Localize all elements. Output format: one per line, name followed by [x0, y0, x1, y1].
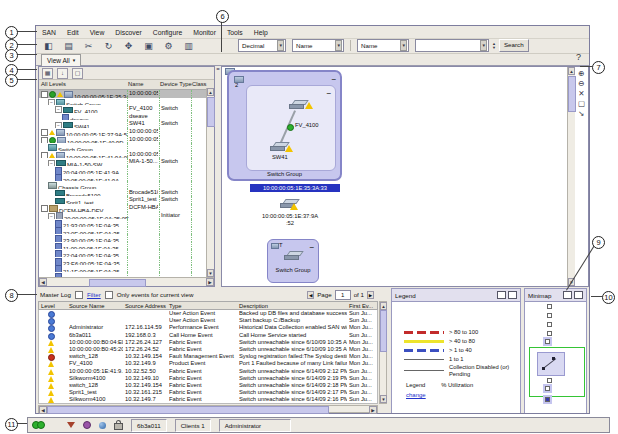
scroll-up-icon[interactable]: ▲: [207, 88, 214, 96]
scrollbar-thumb[interactable]: [380, 310, 387, 352]
minimap-node[interactable]: [547, 331, 552, 336]
log-row[interactable]: 10:00:00:05:1E:41:9...10.32.52.50Fabric …: [39, 368, 377, 375]
switch-group-box[interactable]: – FV_4100 SW41: [246, 85, 336, 171]
menu-edit[interactable]: Edit: [67, 29, 79, 36]
zoom-select-icon[interactable]: ▢: [577, 99, 587, 108]
log-row[interactable]: Silkworm410010.32.149.10Fabric EventSwit…: [39, 375, 377, 382]
tree-row[interactable]: 10:00:00:05:1E:35:3A10:00:00:05...: [39, 90, 214, 98]
menu-discover[interactable]: Discover: [115, 29, 141, 36]
map-vertical-scrollbar[interactable]: ▲ ▼: [567, 67, 575, 286]
scrollbar-thumb[interactable]: [89, 279, 146, 287]
filter-checkbox[interactable]: [75, 291, 83, 299]
tree-column-header[interactable]: All Levels: [41, 81, 66, 87]
tree-row[interactable]: 22:04:00:05:1E:0A:35: [39, 249, 214, 257]
log-row[interactable]: Silkworm410010.32.149.7Fabric EventSwitc…: [39, 396, 377, 403]
search-button[interactable]: Search: [499, 39, 529, 52]
tree-row[interactable]: −MIA-1-50-SWMIA-1-50...Switch: [39, 158, 214, 166]
scrollbar-thumb[interactable]: [207, 97, 215, 127]
log-row[interactable]: Administrator172.16.114.59Performance Ev…: [39, 324, 377, 331]
fit-in-view-icon[interactable]: ✕: [577, 89, 587, 98]
launch-view-icon[interactable]: ▤: [61, 39, 76, 53]
tree-vertical-scrollbar[interactable]: ▲ ▼: [206, 88, 214, 277]
minimap-node[interactable]: [547, 313, 552, 318]
tree-row[interactable]: 22:0E:00:05:1E:0A:35: [39, 227, 214, 235]
menu-help[interactable]: Help: [254, 29, 268, 36]
log-row[interactable]: Sprit1_test10.32.161.215Fabric EventSwit…: [39, 389, 377, 396]
minimap-node[interactable]: [547, 378, 552, 383]
log-column-header[interactable]: Type: [169, 303, 182, 309]
scroll-right-icon[interactable]: ▶: [369, 406, 377, 414]
tree-column-header[interactable]: Name: [128, 81, 143, 87]
detach-panel-icon[interactable]: [563, 291, 572, 299]
log-vertical-scrollbar[interactable]: ▲ ▼: [379, 301, 387, 404]
tab-view-all[interactable]: View All ▾: [41, 54, 81, 66]
minimap-content[interactable]: [525, 302, 586, 413]
spinner-down-icon[interactable]: ▼: [492, 46, 496, 50]
scroll-down-icon[interactable]: ▼: [207, 269, 214, 277]
menu-san[interactable]: SAN: [42, 29, 56, 36]
tree-row[interactable]: dseavedseave: [39, 113, 214, 121]
collapse-icon[interactable]: –: [332, 76, 336, 82]
new-window-icon[interactable]: ▢: [72, 68, 83, 79]
collapse-icon[interactable]: –: [327, 90, 331, 96]
log-row[interactable]: User Action EventStart backup C:/BackupS…: [39, 317, 377, 324]
refresh-icon[interactable]: ↻: [101, 39, 116, 53]
switch-group-box[interactable]: T – Switch Group: [267, 239, 319, 283]
log-column-header[interactable]: First Ev...: [349, 303, 373, 309]
user-status-icon[interactable]: [83, 421, 91, 429]
change-link[interactable]: change: [406, 392, 426, 398]
log-column-header[interactable]: Description: [239, 303, 268, 309]
log-column-header[interactable]: Source Address: [125, 303, 166, 309]
fabric-group-box[interactable]: 2 – – FV_4100 SW41 Switch Group: [227, 70, 342, 181]
page-next-button[interactable]: ▶: [367, 291, 374, 299]
scroll-up-icon[interactable]: ▲: [568, 67, 575, 75]
minimap-node[interactable]: [547, 322, 552, 327]
zoom-out-icon[interactable]: ⊖: [577, 79, 587, 88]
log-row[interactable]: 10:00:00:00:B0:04:E0...172.26.24.127Fabr…: [39, 339, 377, 346]
pan-icon[interactable]: ✥: [121, 39, 136, 53]
log-row[interactable]: 6b3a011192.168.0.3Call Home EventCall Ho…: [39, 332, 377, 339]
copy-icon[interactable]: ▥: [181, 39, 196, 53]
discover-setup-icon[interactable]: ◧: [41, 39, 56, 53]
tree-row[interactable]: Switch Group: [39, 143, 214, 151]
tree-row[interactable]: −Switch Group: [39, 98, 214, 106]
troubleshoot-icon[interactable]: ⚙: [161, 39, 176, 53]
tree-row[interactable]: 23:E6:00:05:1E:0A:35: [39, 257, 214, 265]
log-column-header[interactable]: Level: [41, 303, 55, 309]
tree-column-header[interactable]: Class: [192, 81, 207, 87]
tree-row[interactable]: −20:00:00:05:1E:0A:35:0EInitiator: [39, 212, 214, 220]
minimap-node[interactable]: [547, 304, 552, 309]
filter-status-icon[interactable]: [67, 422, 75, 428]
log-row[interactable]: FV_410010.32.149.9Product EventPort 1 Fa…: [39, 360, 377, 367]
detach-panel-icon[interactable]: [497, 291, 506, 299]
tree-column-header[interactable]: Device Type: [160, 81, 192, 87]
minimap-node[interactable]: [545, 339, 550, 344]
minimap-node[interactable]: [545, 386, 550, 391]
scroll-left-icon[interactable]: ◀: [39, 278, 47, 286]
scrollbar-thumb[interactable]: [568, 76, 576, 112]
scroll-right-icon[interactable]: ▶: [206, 278, 214, 286]
log-horizontal-scrollbar[interactable]: ◀ ▶: [38, 405, 378, 413]
tree-row[interactable]: 20:05:00:05:1E:41:9A: [39, 174, 214, 182]
log-column-header[interactable]: Source Name: [69, 303, 104, 309]
network-status-icon[interactable]: [99, 422, 106, 429]
zoom-in-icon[interactable]: ⊕: [577, 69, 587, 78]
only-events-checkbox[interactable]: [105, 291, 113, 299]
port-label-combo[interactable]: Name▾: [357, 39, 409, 52]
minimap-node[interactable]: [545, 397, 550, 402]
filter-link[interactable]: Filter: [87, 291, 101, 298]
log-row[interactable]: switch_12810.32.149.154Fabric EventSwitc…: [39, 382, 377, 389]
capture-icon[interactable]: ▣: [141, 39, 156, 53]
scroll-up-icon[interactable]: ▲: [380, 302, 387, 310]
page-prev-button[interactable]: ◀: [307, 291, 314, 299]
menu-configure[interactable]: Configure: [153, 29, 182, 36]
export-panel-icon[interactable]: [508, 291, 517, 299]
scroll-down-icon[interactable]: ▼: [380, 395, 387, 403]
tree-row[interactable]: 10:00:00:05:1E:40:9D10:00:00:05...: [39, 136, 214, 144]
menu-view[interactable]: View: [90, 29, 105, 36]
unlink-icon[interactable]: ✂: [81, 39, 96, 53]
tree-row[interactable]: −FV_4100FV_4100Switch: [39, 105, 214, 113]
table-view-icon[interactable]: ▦: [42, 68, 53, 79]
menu-tools[interactable]: Tools: [227, 29, 243, 36]
tree-row[interactable]: 23:90:00:05:1E:0A:35: [39, 234, 214, 242]
